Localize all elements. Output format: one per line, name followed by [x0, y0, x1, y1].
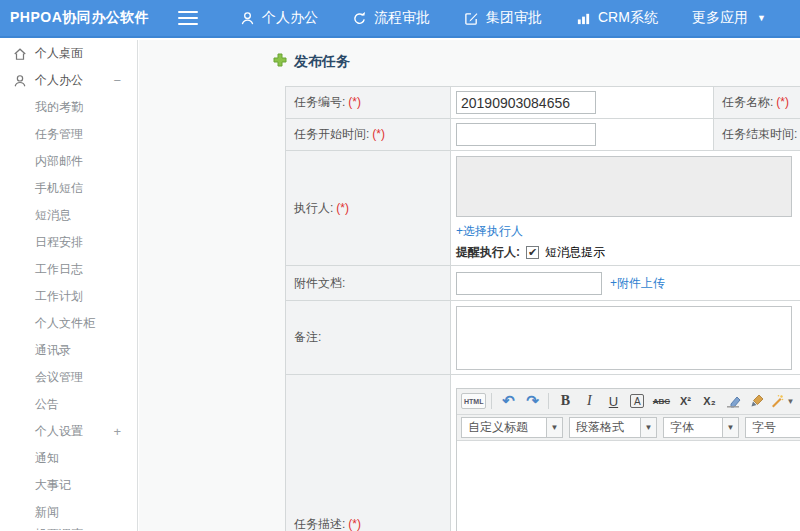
font-style-button[interactable]: A [630, 394, 644, 408]
task-start-label: 任务开始时间: [294, 127, 369, 141]
remark-textarea[interactable] [456, 306, 792, 370]
attachment-label: 附件文档: [294, 276, 345, 290]
paragraph-format-select[interactable]: 段落格式 ▼ [569, 417, 657, 438]
task-name-label: 任务名称: [722, 95, 773, 109]
sidebar-item-short-message[interactable]: 短消息 [0, 202, 137, 229]
row-task-number: 任务编号:(*) 任务名称:(*) [286, 87, 800, 119]
format-brush-icon[interactable] [746, 391, 768, 411]
required-mark: (*) [336, 201, 349, 215]
publish-task-form: 任务编号:(*) 任务名称:(*) 任务开始时间:(*) 任务结束时 [285, 86, 800, 531]
sidebar-item-mobile-sms[interactable]: 手机短信 [0, 175, 137, 202]
edit-icon [464, 11, 479, 26]
row-description: 任务描述:(*) HTML ↶ ↷ B I U A [286, 375, 800, 531]
nav-personal-office[interactable]: 个人办公 [240, 9, 318, 27]
bar-chart-icon [576, 11, 591, 26]
hamburger-menu-icon[interactable] [178, 11, 198, 25]
page-title: 发布任务 [273, 53, 350, 71]
blockquote-button[interactable]: 66 [796, 391, 800, 411]
collapse-icon[interactable]: − [113, 73, 121, 88]
sidebar-item-personal-office[interactable]: 个人办公 − [0, 67, 137, 94]
sidebar-item-news[interactable]: 新闻 [0, 499, 137, 526]
caret-down-icon: ▼ [786, 397, 794, 406]
caret-down-icon: ▼ [547, 417, 563, 438]
eraser-icon[interactable] [722, 391, 744, 411]
strikethrough-button[interactable]: ABC [650, 391, 672, 411]
nav-group-approval[interactable]: 集团审批 [464, 9, 542, 27]
task-number-input[interactable] [456, 91, 596, 114]
underline-button[interactable]: U [602, 391, 624, 411]
nav-workflow-approval[interactable]: 流程审批 [352, 9, 430, 27]
sidebar-item-work-plan[interactable]: 工作计划 [0, 283, 137, 310]
workflow-icon [352, 11, 367, 26]
nav-more-apps[interactable]: 更多应用 ▼ [692, 9, 766, 27]
subscript-button[interactable]: X₂ [698, 391, 720, 411]
nav-crm-system[interactable]: CRM系统 [576, 9, 658, 27]
user-icon [240, 11, 255, 26]
html-source-button[interactable]: HTML [461, 393, 486, 409]
sidebar-item-my-attendance[interactable]: 我的考勤 [0, 94, 137, 121]
sidebar-item-internal-mail[interactable]: 内部邮件 [0, 148, 137, 175]
sidebar-item-personal-files[interactable]: 个人文件柜 [0, 310, 137, 337]
plus-icon [273, 53, 287, 71]
rich-text-editor: HTML ↶ ↷ B I U A ABC X² X₂ [456, 388, 800, 531]
required-mark: (*) [776, 95, 789, 109]
font-family-select[interactable]: 字体 ▼ [663, 417, 739, 438]
row-task-time: 任务开始时间:(*) 任务结束时间:(*) [286, 119, 800, 151]
editor-toolbar-row2: 自定义标题 ▼ 段落格式 ▼ 字体 ▼ [457, 415, 800, 441]
executor-label: 执行人: [294, 201, 333, 215]
sidebar-item-task-management[interactable]: 任务管理 [0, 121, 137, 148]
top-header: PHPOA协同办公软件 个人办公 流程审批 集团审批 CRM系统 [0, 0, 800, 38]
choose-executor-link[interactable]: +选择执行人 [456, 223, 800, 240]
top-nav: 个人办公 流程审批 集团审批 CRM系统 更多应用 ▼ [240, 9, 766, 27]
sidebar-item-personal-desktop[interactable]: 个人桌面 [0, 40, 137, 67]
row-remark: 备注: [286, 301, 800, 375]
row-attachment: 附件文档: +附件上传 [286, 266, 800, 301]
auto-format-icon[interactable]: ▼ [770, 391, 794, 411]
caret-down-icon: ▼ [641, 417, 657, 438]
sidebar-item-vote-survey[interactable]: 投票调查 [0, 526, 137, 530]
task-description-label: 任务描述: [294, 517, 345, 531]
required-mark: (*) [372, 127, 385, 141]
font-size-select[interactable]: 字号 ▼ [745, 417, 800, 438]
main-content: 发布任务 任务编号:(*) 任务名称:(*) 任务开始时间:(*) [139, 40, 800, 531]
superscript-button[interactable]: X² [674, 391, 696, 411]
sidebar-item-meeting-management[interactable]: 会议管理 [0, 364, 137, 391]
sidebar-item-announcement[interactable]: 公告 [0, 391, 137, 418]
caret-down-icon: ▼ [723, 417, 739, 438]
home-icon [12, 46, 27, 61]
row-executor: 执行人:(*) +选择执行人 提醒执行人: ✔ 短消息提示 [286, 151, 800, 266]
required-mark: (*) [348, 95, 361, 109]
sidebar-item-work-log[interactable]: 工作日志 [0, 256, 137, 283]
bold-button[interactable]: B [554, 391, 576, 411]
custom-heading-select[interactable]: 自定义标题 ▼ [461, 417, 563, 438]
redo-icon[interactable]: ↷ [521, 391, 543, 411]
undo-icon[interactable]: ↶ [497, 391, 519, 411]
task-start-time-input[interactable] [456, 123, 596, 146]
sms-remind-label: 短消息提示 [545, 244, 605, 261]
sidebar: 个人桌面 个人办公 − 我的考勤 任务管理 内部邮件 手机短信 短消息 日程安排… [0, 40, 138, 531]
sidebar-item-personal-settings[interactable]: 个人设置 + [0, 418, 137, 445]
sms-remind-checkbox[interactable]: ✔ [526, 246, 539, 259]
executor-textarea[interactable] [456, 156, 792, 217]
sidebar-item-address-book[interactable]: 通讯录 [0, 337, 137, 364]
remark-label: 备注: [294, 330, 321, 344]
editor-content-area[interactable] [457, 441, 800, 531]
required-mark: (*) [348, 517, 361, 531]
user-icon [12, 73, 27, 88]
sidebar-item-schedule[interactable]: 日程安排 [0, 229, 137, 256]
task-number-label: 任务编号: [294, 95, 345, 109]
expand-icon[interactable]: + [113, 424, 121, 439]
editor-toolbar-row1: HTML ↶ ↷ B I U A ABC X² X₂ [457, 389, 800, 415]
app-logo: PHPOA协同办公软件 [0, 9, 178, 27]
sidebar-item-notice[interactable]: 通知 [0, 445, 137, 472]
italic-button[interactable]: I [578, 391, 600, 411]
task-end-label: 任务结束时间: [722, 127, 797, 141]
sidebar-item-milestones[interactable]: 大事记 [0, 472, 137, 499]
attachment-input[interactable] [456, 272, 602, 295]
remind-executor-label: 提醒执行人: [456, 244, 520, 261]
attachment-upload-link[interactable]: +附件上传 [610, 275, 665, 292]
caret-down-icon: ▼ [757, 13, 766, 23]
